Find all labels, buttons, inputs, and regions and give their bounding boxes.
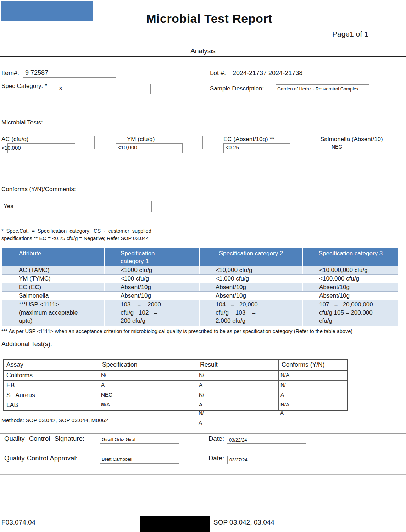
- signature-divider: [0, 474, 406, 475]
- ym-result-value: <10,000: [118, 144, 137, 150]
- additional-table-row: Coliforms N/ N/ N/A: [4, 371, 347, 381]
- qc-approval-value: Brett Campbell: [100, 455, 179, 463]
- specification-cell: NEGN/: [99, 390, 197, 400]
- spec-table-row: Salmonella Absent/10g Absent/10g Absent/…: [2, 291, 398, 300]
- test-label-ym: YM (cfu/g): [127, 136, 155, 143]
- redaction-box: [140, 516, 210, 532]
- attribute-cell: EC (EC): [2, 283, 105, 291]
- qc-approval-date-field[interactable]: 03/27/24: [227, 456, 307, 464]
- specification-overlay-text: N/: [101, 391, 106, 398]
- qc-signature-date-label: Date:: [208, 435, 224, 443]
- result-cell: N/: [197, 371, 279, 381]
- spec-table-row-usp: ***USP <1111> (maximum acceptable upto) …: [2, 300, 398, 326]
- spec-table-body: AC (TAMC) <1000 cfu/g <10,000 cfu/g <10,…: [2, 266, 398, 326]
- spec-category-field[interactable]: 3: [57, 84, 151, 94]
- additional-tests-heading: Additional Test(s):: [1, 340, 52, 348]
- additional-table-body: Coliforms N/ N/ N/A EB A A N/ S. Aureus …: [4, 371, 347, 410]
- cat2-cell: <10,000 cfu/g: [200, 266, 303, 274]
- conforms-overlay-text: N/: [280, 401, 286, 408]
- conforms-cell: N/: [279, 381, 347, 390]
- table-overflow-text: N/: [199, 410, 204, 416]
- cat1-cell: Absent/10g: [105, 292, 200, 300]
- specification-cell: N/AA: [99, 400, 197, 410]
- qc-signature-date-field[interactable]: 03/22/24: [227, 436, 306, 444]
- conforms-text: N/A: [280, 372, 289, 378]
- section-title-analysis: Analysis: [0, 47, 406, 55]
- header-specification: Specification: [99, 360, 197, 371]
- result-text: N/: [199, 372, 204, 378]
- qc-approval-date-value: 03/27/24: [228, 456, 307, 464]
- additional-tests-table: Assay Specification Result Conforms (Y/N…: [3, 359, 348, 411]
- result-overlay-text: /: [199, 391, 200, 398]
- table-overflow-text: A: [199, 420, 202, 426]
- cat3-cell: <100,000 cfu/g: [303, 275, 398, 283]
- specification-text: A: [101, 382, 105, 388]
- assay-cell: EB: [4, 381, 99, 390]
- page-title: Microbial Test Report: [0, 12, 406, 26]
- header-assay: Assay: [4, 360, 99, 371]
- header-conforms: Conforms (Y/N): [279, 360, 347, 371]
- spec-table-row: EC (EC) Absent/10g Absent/10g Absent/10g: [2, 283, 398, 291]
- spec-table-header-row: Attribute Specification category 1 Speci…: [2, 248, 398, 266]
- assay-cell: Coliforms: [4, 371, 99, 381]
- spec-table-header-cat3: Specification category 3: [303, 248, 398, 266]
- specification-overlay-text: A: [101, 401, 105, 408]
- header-result: Result: [197, 360, 279, 371]
- specification-cell: A: [99, 381, 197, 390]
- cat3-cell: 107 = 20,000,000 cfu/g 105 = 200,000 cfu…: [303, 300, 398, 326]
- additional-table-row: LAB N/AA AA N/AN/: [4, 400, 347, 410]
- qc-signature-value: Gisell Ortiz Giral: [100, 436, 179, 443]
- test-label-salmonella: Salmonella (Absent/10): [320, 136, 383, 143]
- conforms-text: N/: [280, 382, 286, 388]
- conforms-cell: N/AN/: [279, 400, 347, 410]
- cat1-cell: Absent/10g: [105, 283, 200, 291]
- cat2-cell: <1,000 cfu/g: [200, 275, 303, 283]
- spec-table-header-attribute: Attribute: [2, 248, 105, 266]
- lot-value: 2024-21737 2024-21738: [230, 68, 382, 78]
- ac-result-value: <10,000: [1, 145, 21, 151]
- additional-table-header-row: Assay Specification Result Conforms (Y/N…: [4, 360, 347, 371]
- spec-category-label: Spec Category: *: [1, 83, 47, 90]
- conforms-text: A: [280, 392, 284, 398]
- result-text: A: [199, 382, 202, 388]
- report-page: Microbial Test Report Page1 of 1 Analysi…: [0, 0, 406, 532]
- item-label: Item#:: [1, 70, 19, 77]
- assay-cell: S. Aureus: [4, 390, 99, 400]
- salmonella-result-value: NEG: [332, 144, 342, 150]
- lot-label: Lot #:: [210, 70, 226, 77]
- spec-table-header-cat1: Specification category 1: [105, 248, 200, 266]
- conforms-value: Yes: [2, 201, 151, 212]
- spec-table-header-cat2: Specification category 2: [200, 248, 303, 266]
- qc-signature-label: Quality Control Signature:: [4, 435, 84, 443]
- conforms-field[interactable]: Yes: [2, 201, 152, 212]
- specification-cell: N/: [99, 371, 197, 381]
- analysis-divider: [0, 56, 406, 57]
- result-cell: A: [197, 381, 279, 390]
- spec-table-row: YM (TYMC) <100 cfu/g <1,000 cfu/g <100,0…: [2, 274, 398, 283]
- qc-approval-date-label: Date:: [208, 454, 224, 462]
- ec-result-value: <0.25: [226, 144, 239, 150]
- qc-approval-field[interactable]: Brett Campbell: [100, 455, 179, 464]
- result-overlay-text: A: [199, 401, 202, 408]
- cat2-cell: 104 = 20,000 cfu/g 103 = 2,000 cfu/g: [200, 300, 303, 326]
- attribute-cell: AC (TAMC): [2, 266, 105, 274]
- cat3-cell: Absent/10g: [303, 283, 398, 291]
- attribute-cell: ***USP <1111> (maximum acceptable upto): [2, 300, 105, 326]
- item-value: 9 72587: [23, 68, 116, 78]
- item-field[interactable]: 9 72587: [23, 68, 116, 78]
- qc-signature-date-value: 03/22/24: [227, 436, 306, 444]
- sample-description-value: Garden of Herbz - Resveratrol Complex: [276, 85, 369, 93]
- sample-description-field[interactable]: Garden of Herbz - Resveratrol Complex: [276, 84, 369, 93]
- spec-category-footnote: * Spec.Cat. = Specification category; CS…: [1, 227, 184, 242]
- cat1-cell: 103 = 2000 cfu/g 102 = 200 cfu/g: [105, 300, 200, 326]
- result-cell: N//: [197, 390, 279, 400]
- sample-description-label: Sample Description:: [210, 85, 264, 92]
- specification-table: Attribute Specification category 1 Speci…: [2, 248, 398, 326]
- methods-note: Methods: SOP 03.042, SOP 03.044, M0062: [1, 417, 108, 423]
- table-overflow-text: A: [280, 410, 284, 416]
- conforms-cell: A: [279, 390, 347, 400]
- attribute-cell: Salmonella: [2, 292, 105, 300]
- qc-signature-field[interactable]: Gisell Ortiz Giral: [100, 436, 179, 444]
- lot-field[interactable]: 2024-21737 2024-21738: [230, 68, 382, 78]
- column-divider: [202, 136, 203, 149]
